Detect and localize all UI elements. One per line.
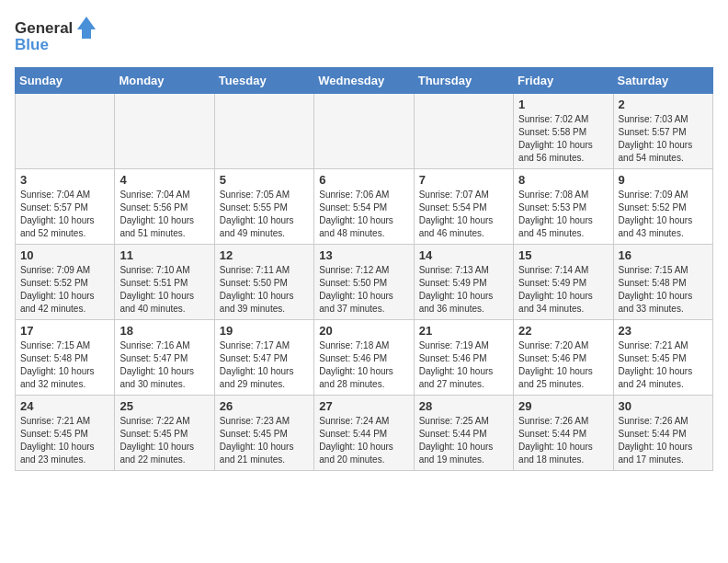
day-number: 8: [518, 173, 608, 187]
day-info: Sunrise: 7:25 AMSunset: 5:44 PMDaylight:…: [419, 416, 494, 465]
day-number: 20: [319, 324, 408, 338]
day-number: 2: [619, 98, 708, 111]
calendar-week-row: 1 Sunrise: 7:02 AMSunset: 5:58 PMDayligh…: [16, 94, 713, 169]
calendar-cell: 11 Sunrise: 7:10 AMSunset: 5:51 PMDaylig…: [115, 245, 214, 320]
day-info: Sunrise: 7:14 AMSunset: 5:49 PMDaylight:…: [518, 265, 593, 314]
day-info: Sunrise: 7:21 AMSunset: 5:45 PMDaylight:…: [20, 416, 95, 465]
calendar-cell: 19 Sunrise: 7:17 AMSunset: 5:47 PMDaylig…: [214, 320, 313, 396]
day-number: 15: [518, 248, 608, 262]
calendar-cell: 2 Sunrise: 7:03 AMSunset: 5:57 PMDayligh…: [613, 94, 712, 169]
weekday-header: Thursday: [414, 68, 513, 94]
day-number: 17: [20, 324, 109, 338]
day-info: Sunrise: 7:26 AMSunset: 5:44 PMDaylight:…: [619, 416, 693, 465]
day-number: 18: [119, 324, 209, 338]
calendar-cell: 6 Sunrise: 7:06 AMSunset: 5:54 PMDayligh…: [314, 169, 414, 245]
day-info: Sunrise: 7:20 AMSunset: 5:46 PMDaylight:…: [518, 340, 593, 389]
day-info: Sunrise: 7:08 AMSunset: 5:53 PMDaylight:…: [518, 190, 593, 238]
day-number: 19: [220, 324, 309, 338]
calendar-cell: 24 Sunrise: 7:21 AMSunset: 5:45 PMDaylig…: [16, 396, 115, 471]
day-info: Sunrise: 7:24 AMSunset: 5:44 PMDaylight:…: [319, 416, 393, 465]
calendar-cell: 27 Sunrise: 7:24 AMSunset: 5:44 PMDaylig…: [314, 396, 414, 471]
calendar-cell: 12 Sunrise: 7:11 AMSunset: 5:50 PMDaylig…: [214, 245, 313, 320]
day-info: Sunrise: 7:16 AMSunset: 5:47 PMDaylight:…: [119, 340, 194, 389]
day-info: Sunrise: 7:13 AMSunset: 5:49 PMDaylight:…: [419, 265, 494, 314]
day-number: 30: [619, 399, 708, 413]
day-number: 14: [419, 248, 508, 262]
calendar-cell: 3 Sunrise: 7:04 AMSunset: 5:57 PMDayligh…: [16, 169, 115, 245]
day-info: Sunrise: 7:11 AMSunset: 5:50 PMDaylight:…: [220, 265, 294, 314]
calendar-week-row: 24 Sunrise: 7:21 AMSunset: 5:45 PMDaylig…: [16, 396, 713, 471]
day-number: 27: [319, 399, 408, 413]
calendar-cell: [414, 94, 513, 169]
day-number: 7: [419, 173, 508, 187]
day-number: 11: [119, 248, 209, 262]
day-number: 24: [20, 399, 109, 413]
day-info: Sunrise: 7:21 AMSunset: 5:45 PMDaylight:…: [619, 340, 693, 389]
calendar-cell: 16 Sunrise: 7:15 AMSunset: 5:48 PMDaylig…: [613, 245, 712, 320]
day-number: 3: [20, 173, 109, 187]
day-number: 21: [419, 324, 508, 338]
day-info: Sunrise: 7:09 AMSunset: 5:52 PMDaylight:…: [619, 190, 693, 238]
day-number: 1: [518, 98, 608, 111]
day-number: 22: [518, 324, 608, 338]
day-info: Sunrise: 7:05 AMSunset: 5:55 PMDaylight:…: [220, 190, 294, 238]
day-info: Sunrise: 7:23 AMSunset: 5:45 PMDaylight:…: [220, 416, 294, 465]
calendar-table: SundayMondayTuesdayWednesdayThursdayFrid…: [15, 67, 713, 471]
day-number: 5: [220, 173, 309, 187]
calendar-cell: 14 Sunrise: 7:13 AMSunset: 5:49 PMDaylig…: [414, 245, 513, 320]
calendar-cell: 26 Sunrise: 7:23 AMSunset: 5:45 PMDaylig…: [214, 396, 313, 471]
weekday-header: Tuesday: [214, 68, 313, 94]
calendar-cell: 1 Sunrise: 7:02 AMSunset: 5:58 PMDayligh…: [514, 94, 613, 169]
day-number: 4: [119, 173, 209, 187]
calendar-cell: 20 Sunrise: 7:18 AMSunset: 5:46 PMDaylig…: [314, 320, 414, 396]
logo-svg: General Blue: [15, 15, 97, 56]
day-number: 16: [619, 248, 708, 262]
weekday-header: Wednesday: [314, 68, 414, 94]
svg-text:General: General: [15, 19, 73, 37]
calendar-cell: 29 Sunrise: 7:26 AMSunset: 5:44 PMDaylig…: [514, 396, 613, 471]
weekday-header: Sunday: [16, 68, 115, 94]
day-number: 29: [518, 399, 608, 413]
day-info: Sunrise: 7:02 AMSunset: 5:58 PMDaylight:…: [518, 114, 593, 163]
calendar-week-row: 10 Sunrise: 7:09 AMSunset: 5:52 PMDaylig…: [16, 245, 713, 320]
day-number: 28: [419, 399, 508, 413]
calendar-cell: [16, 94, 115, 169]
svg-text:Blue: Blue: [15, 36, 49, 53]
calendar-cell: 7 Sunrise: 7:07 AMSunset: 5:54 PMDayligh…: [414, 169, 513, 245]
day-info: Sunrise: 7:12 AMSunset: 5:50 PMDaylight:…: [319, 265, 393, 314]
day-number: 25: [119, 399, 209, 413]
logo: General Blue: [15, 15, 97, 56]
weekday-header: Friday: [514, 68, 613, 94]
calendar-cell: 23 Sunrise: 7:21 AMSunset: 5:45 PMDaylig…: [613, 320, 712, 396]
calendar-cell: 25 Sunrise: 7:22 AMSunset: 5:45 PMDaylig…: [115, 396, 214, 471]
day-number: 9: [619, 173, 708, 187]
day-number: 6: [319, 173, 408, 187]
calendar-cell: [115, 94, 214, 169]
day-info: Sunrise: 7:17 AMSunset: 5:47 PMDaylight:…: [220, 340, 294, 389]
calendar-cell: 28 Sunrise: 7:25 AMSunset: 5:44 PMDaylig…: [414, 396, 513, 471]
calendar-cell: [314, 94, 414, 169]
calendar-cell: 15 Sunrise: 7:14 AMSunset: 5:49 PMDaylig…: [514, 245, 613, 320]
calendar-header-row: SundayMondayTuesdayWednesdayThursdayFrid…: [16, 68, 713, 94]
day-number: 12: [220, 248, 309, 262]
calendar-cell: 17 Sunrise: 7:15 AMSunset: 5:48 PMDaylig…: [16, 320, 115, 396]
day-info: Sunrise: 7:04 AMSunset: 5:57 PMDaylight:…: [20, 190, 95, 238]
calendar-cell: 18 Sunrise: 7:16 AMSunset: 5:47 PMDaylig…: [115, 320, 214, 396]
day-info: Sunrise: 7:15 AMSunset: 5:48 PMDaylight:…: [20, 340, 95, 389]
day-info: Sunrise: 7:10 AMSunset: 5:51 PMDaylight:…: [119, 265, 194, 314]
calendar-cell: 30 Sunrise: 7:26 AMSunset: 5:44 PMDaylig…: [613, 396, 712, 471]
day-info: Sunrise: 7:18 AMSunset: 5:46 PMDaylight:…: [319, 340, 393, 389]
day-info: Sunrise: 7:22 AMSunset: 5:45 PMDaylight:…: [119, 416, 194, 465]
day-info: Sunrise: 7:06 AMSunset: 5:54 PMDaylight:…: [319, 190, 393, 238]
weekday-header: Monday: [115, 68, 214, 94]
page-header: General Blue: [15, 15, 713, 56]
svg-marker-2: [77, 17, 96, 39]
day-info: Sunrise: 7:04 AMSunset: 5:56 PMDaylight:…: [119, 190, 194, 238]
day-info: Sunrise: 7:09 AMSunset: 5:52 PMDaylight:…: [20, 265, 95, 314]
day-info: Sunrise: 7:07 AMSunset: 5:54 PMDaylight:…: [419, 190, 494, 238]
calendar-cell: [214, 94, 313, 169]
calendar-cell: 8 Sunrise: 7:08 AMSunset: 5:53 PMDayligh…: [514, 169, 613, 245]
day-number: 13: [319, 248, 408, 262]
day-info: Sunrise: 7:19 AMSunset: 5:46 PMDaylight:…: [419, 340, 494, 389]
calendar-cell: 4 Sunrise: 7:04 AMSunset: 5:56 PMDayligh…: [115, 169, 214, 245]
